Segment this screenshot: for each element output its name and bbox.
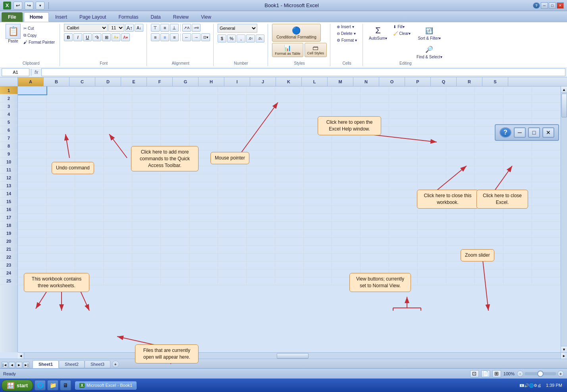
grid-cell[interactable] [246, 182, 275, 190]
grid-cell[interactable] [46, 110, 75, 118]
grid-cell[interactable] [361, 94, 389, 102]
grid-cell[interactable] [503, 158, 532, 166]
grid-cell[interactable] [303, 174, 332, 182]
row-num-19[interactable]: 19 [0, 229, 17, 237]
row-num-8[interactable]: 8 [0, 142, 17, 150]
grid-cell[interactable] [218, 190, 246, 198]
grid-cell[interactable] [132, 190, 161, 198]
grid-cell[interactable] [246, 190, 275, 198]
grid-cell[interactable] [389, 110, 418, 118]
grid-cell[interactable] [46, 229, 75, 237]
grid-cell[interactable] [161, 134, 189, 142]
wb-restore-btn[interactable]: □ [528, 127, 540, 138]
grid-cell[interactable] [246, 126, 275, 134]
grid-cell[interactable] [18, 150, 46, 158]
taskbar-misc-icon[interactable]: 🖥 [60, 380, 71, 390]
grid-cell[interactable] [389, 102, 418, 110]
row-num-12[interactable]: 12 [0, 174, 17, 182]
grid-cell[interactable] [503, 245, 532, 253]
grid-cell[interactable] [303, 102, 332, 110]
grid-cell[interactable] [161, 174, 189, 182]
grid-cell[interactable] [332, 213, 361, 221]
grid-cell[interactable] [132, 182, 161, 190]
grid-cell[interactable] [446, 110, 475, 118]
grid-cell[interactable] [446, 118, 475, 126]
grid-cell[interactable] [104, 118, 132, 126]
row-num-18[interactable]: 18 [0, 221, 17, 229]
insert-cells-btn[interactable]: ⊕ Insert ▾ [335, 24, 356, 30]
grid-cell[interactable] [18, 134, 46, 142]
grid-cell[interactable] [532, 277, 560, 285]
grid-cell[interactable] [189, 86, 218, 94]
grid-cell[interactable] [332, 86, 361, 94]
grid-cell[interactable] [332, 237, 361, 245]
grid-cell[interactable] [132, 134, 161, 142]
text-direction-btn[interactable]: ↗A [182, 24, 191, 32]
grid-cell[interactable] [75, 94, 104, 102]
taskbar-explorer-icon[interactable]: 📁 [47, 380, 58, 390]
grid-cell[interactable] [503, 174, 532, 182]
grid-cell[interactable] [246, 237, 275, 245]
grid-cell[interactable] [189, 206, 218, 213]
grid-cell[interactable] [189, 126, 218, 134]
grid-cell[interactable] [104, 102, 132, 110]
delete-cells-btn[interactable]: ⊖ Delete ▾ [335, 31, 357, 37]
grid-cell[interactable] [532, 229, 560, 237]
grid-cell[interactable] [418, 86, 446, 94]
strikethrough-button[interactable]: ᵃbͅ [93, 33, 101, 41]
grid-cell[interactable] [218, 221, 246, 229]
grid-cell[interactable] [275, 166, 303, 174]
tab-data[interactable]: Data [145, 12, 166, 22]
grid-cell[interactable] [303, 269, 332, 277]
grid-cell[interactable] [132, 221, 161, 229]
grid-cell[interactable] [246, 174, 275, 182]
grid-cell[interactable] [161, 198, 189, 206]
grid-cell[interactable] [218, 269, 246, 277]
grid-cell[interactable] [332, 142, 361, 150]
grid-cell[interactable] [75, 134, 104, 142]
grid-cell[interactable] [418, 174, 446, 182]
decrease-indent-btn[interactable]: ← [182, 33, 191, 41]
grid-cell[interactable] [532, 213, 560, 221]
scroll-left-btn[interactable]: ◄ [18, 353, 24, 359]
grid-cell[interactable] [246, 110, 275, 118]
grid-cell[interactable] [18, 229, 46, 237]
left-align-btn[interactable]: ≡ [151, 33, 160, 41]
grid-cell[interactable] [389, 182, 418, 190]
grid-cell[interactable] [104, 174, 132, 182]
grid-cell[interactable] [104, 245, 132, 253]
grid-cell[interactable] [475, 150, 503, 158]
sheet-tab-next[interactable]: ► [16, 362, 22, 368]
grid-cell[interactable] [275, 158, 303, 166]
grid-cell[interactable] [275, 237, 303, 245]
grid-cell[interactable] [418, 142, 446, 150]
row-num-13[interactable]: 13 [0, 182, 17, 190]
grid-cell[interactable] [75, 118, 104, 126]
grid-cell[interactable] [503, 261, 532, 269]
grid-cell[interactable] [75, 245, 104, 253]
grid-cell[interactable] [246, 158, 275, 166]
italic-button[interactable]: I [73, 33, 82, 41]
close-btn[interactable]: ✕ [557, 2, 564, 9]
col-header-B[interactable]: B [44, 77, 69, 86]
grid-cell[interactable] [275, 245, 303, 253]
grid-cell[interactable] [446, 269, 475, 277]
grid-cell[interactable] [275, 190, 303, 198]
row-num-10[interactable]: 10 [0, 158, 17, 166]
grid-cell[interactable] [332, 94, 361, 102]
grid-cell[interactable] [132, 86, 161, 94]
grid-cell[interactable] [418, 229, 446, 237]
grid-cell[interactable] [418, 150, 446, 158]
grid-cell[interactable] [132, 94, 161, 102]
grid-cell[interactable] [18, 245, 46, 253]
grid-cell[interactable] [18, 158, 46, 166]
grid-cell[interactable] [389, 253, 418, 261]
row-num-23[interactable]: 23 [0, 261, 17, 269]
grid-cell[interactable] [389, 150, 418, 158]
grid-cell[interactable] [303, 134, 332, 142]
grid-cell[interactable] [303, 86, 332, 94]
col-header-K[interactable]: K [276, 77, 302, 86]
grid-cell[interactable] [104, 126, 132, 134]
sheet-tab-3[interactable]: Sheet3 [85, 360, 110, 368]
grid-cell[interactable] [303, 213, 332, 221]
